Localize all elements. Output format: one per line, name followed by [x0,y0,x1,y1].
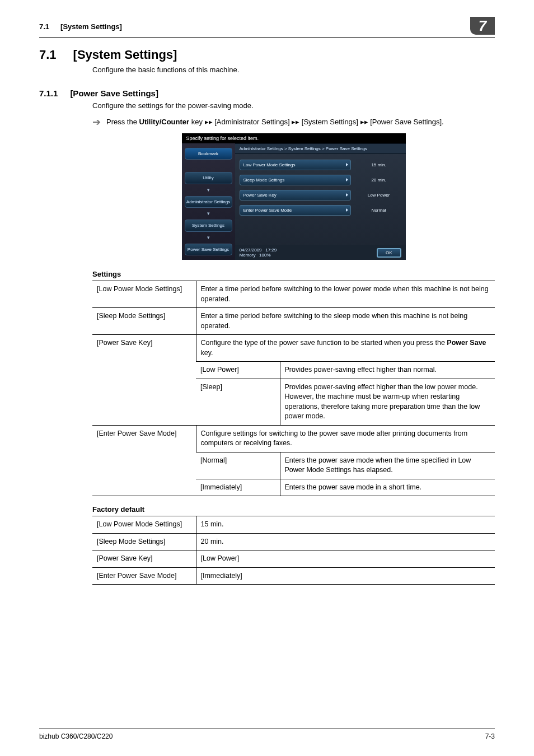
panel-instruction: Specify setting for selected item. [182,133,406,143]
sleep-mode-value: 20 min. [357,178,401,183]
running-head: 7.1 [System Settings] 7 [39,22,495,38]
chevron-down-icon: ▾ [185,188,232,193]
table-row: [Enter Power Save Mode] [Immediately] [92,567,495,585]
step-seg-3: [Power Save Settings]. [368,118,444,126]
bookmark-button[interactable]: Bookmark [185,148,232,160]
setting-desc-post: key. [201,349,213,357]
chevron-down-icon: ▾ [185,211,232,216]
setting-name: [Power Save Key] [92,335,196,426]
section-intro: Configure the basic functions of this ma… [92,66,495,74]
step-sep-1: ▸▸ [205,118,213,126]
default-name: [Power Save Key] [92,550,196,568]
enter-power-save-mode-value: Normal [357,208,401,213]
enter-power-save-mode-button[interactable]: Enter Power Save Mode [240,205,351,216]
administrator-settings-button[interactable]: Administrator Settings [185,196,232,208]
low-power-mode-settings-button[interactable]: Low Power Mode Settings [240,160,351,170]
low-power-mode-value: 15 min. [357,162,401,167]
page-footer: bizhub C360/C280/C220 7-3 [39,729,495,740]
setting-option: [Sleep] [196,379,280,425]
setting-option-desc: Provides power-saving effect higher than… [280,379,495,425]
step-key-bold: Utility/Counter [139,118,190,126]
footer-page-number: 7-3 [485,732,495,740]
panel-time: 17:29 [265,248,277,253]
setting-desc: Configure the type of the power save fun… [196,335,495,362]
setting-option-desc: Enters the power save mode when the time… [280,452,495,479]
table-row: [Power Save Key] Configure the type of t… [92,335,495,362]
setting-option: [Immediately] [196,479,280,496]
subsection-heading: 7.1.1 [Power Save Settings] [39,88,495,98]
setting-desc: Configure settings for switching to the … [196,425,495,452]
power-save-key-value: Low Power [357,193,401,198]
footer-product: bizhub C360/C280/C220 [39,732,113,740]
running-head-title: [System Settings] [60,22,122,31]
utility-button[interactable]: Utility [185,172,232,184]
step-text: Press the Utility/Counter key ▸▸ [Admini… [106,116,444,128]
setting-option: [Normal] [196,452,280,479]
table-row: [Enter Power Save Mode] Configure settin… [92,425,495,452]
factory-default-table-title: Factory default [92,505,495,514]
table-row: [Sleep Mode Settings] 20 min. [92,533,495,550]
table-row: [Power Save Key] [Low Power] [92,550,495,568]
panel-memory-label: Memory [240,253,256,258]
settings-table: [Low Power Mode Settings] Enter a time p… [92,281,495,496]
power-save-key-button[interactable]: Power Save Key [240,190,351,200]
power-save-settings-button[interactable]: Power Save Settings [185,244,232,256]
settings-table-title: Settings [92,270,495,278]
step-seg-1: [Administrator Settings] [213,118,292,126]
chapter-badge: 7 [470,17,495,35]
setting-option-desc: Provides power-saving effect higher than… [280,362,495,379]
default-name: [Sleep Mode Settings] [92,533,196,550]
setting-name: [Low Power Mode Settings] [92,281,196,308]
default-value: 20 min. [196,533,495,550]
setting-name: [Sleep Mode Settings] [92,308,196,335]
setting-option-desc: Enters the power save mode in a short ti… [280,479,495,496]
panel-breadcrumb: Administrator Settings > System Settings… [235,143,406,154]
step-sep-3: ▸▸ [360,118,368,126]
panel-footer: 04/27/2009 17:29 Memory 100% OK [235,245,406,260]
default-name: [Low Power Mode Settings] [92,516,196,534]
system-settings-button[interactable]: System Settings [185,220,232,232]
chevron-down-icon: ▾ [185,235,232,240]
section-heading: 7.1 [System Settings] [39,48,495,62]
procedure-step: ➔ Press the Utility/Counter key ▸▸ [Admi… [92,116,495,128]
step-seg-2: [System Settings] [299,118,360,126]
arrow-right-icon: ➔ [92,117,101,127]
step-sep-2: ▸▸ [292,118,299,126]
step-text-pre: Press the [106,118,139,126]
section-num: 7.1 [39,48,57,62]
setting-desc: Enter a time period before switching to … [196,308,495,335]
subsection-title: [Power Save Settings] [70,88,158,98]
section-title: [System Settings] [73,48,177,62]
setting-name: [Enter Power Save Mode] [92,425,196,496]
sleep-mode-settings-button[interactable]: Sleep Mode Settings [240,175,351,185]
default-value: [Low Power] [196,550,495,568]
factory-default-table: [Low Power Mode Settings] 15 min. [Sleep… [92,516,495,585]
table-row: [Low Power Mode Settings] 15 min. [92,516,495,534]
panel-date: 04/27/2009 [240,248,262,253]
setting-option: [Low Power] [196,362,280,379]
running-head-num: 7.1 [39,22,49,31]
panel-memory-value: 100% [259,253,270,258]
step-post1: key [189,118,204,126]
setting-desc-bold: Power Save [447,339,486,347]
device-panel-screenshot: Specify setting for selected item. Bookm… [182,133,406,260]
panel-sidebar: Bookmark Utility ▾ Administrator Setting… [182,143,235,260]
default-name: [Enter Power Save Mode] [92,567,196,585]
subsection-intro: Configure the settings for the power-sav… [92,101,495,110]
ok-button[interactable]: OK [377,248,401,258]
setting-desc-pre: Configure the type of the power save fun… [201,339,447,347]
default-value: [Immediately] [196,567,495,585]
table-row: [Sleep Mode Settings] Enter a time perio… [92,308,495,335]
panel-options: Low Power Mode Settings 15 min. Sleep Mo… [235,154,406,246]
table-row: [Low Power Mode Settings] Enter a time p… [92,281,495,308]
default-value: 15 min. [196,516,495,534]
subsection-num: 7.1.1 [39,88,58,98]
setting-desc: Enter a time period before switching to … [196,281,495,308]
